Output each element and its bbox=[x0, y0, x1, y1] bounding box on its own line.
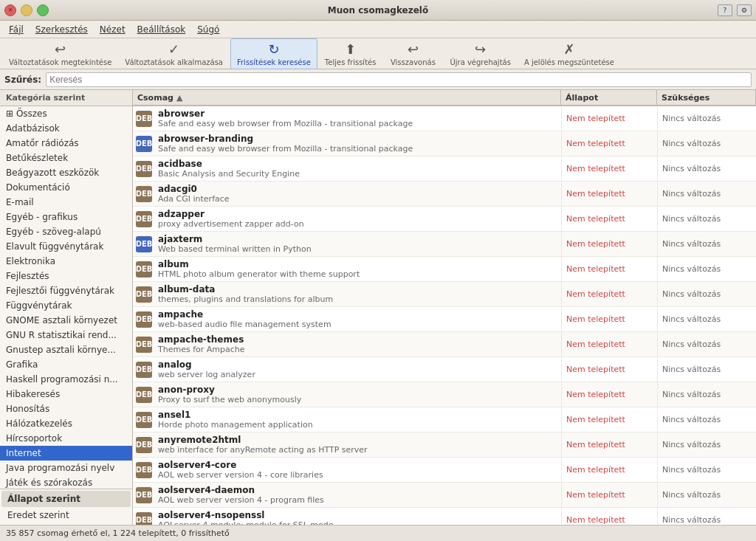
sidebar-item-gnustep[interactable]: Gnustep asztali környe... bbox=[0, 342, 132, 357]
minimize-button[interactable] bbox=[21, 4, 32, 16]
sidebar-item-development[interactable]: Fejlesztés bbox=[0, 269, 132, 283]
clear-marks-button[interactable]: ✗ A jelölés megszüntetése bbox=[518, 39, 620, 69]
sidebar-item-docs[interactable]: Dokumentáció bbox=[0, 180, 132, 195]
package-icon-cell: DEB bbox=[133, 257, 155, 281]
package-icon: DEB bbox=[136, 236, 152, 252]
package-description: web interface for anyRemote acting as HT… bbox=[158, 445, 558, 455]
table-row[interactable]: DEB ampache-themes Themes for Ampache Ne… bbox=[133, 332, 756, 357]
table-row[interactable]: DEB aolserver4-nsopenssl AOLserver 4 mod… bbox=[133, 508, 756, 525]
undo-button[interactable]: ↩ Visszavonás bbox=[383, 39, 442, 69]
menu-edit[interactable]: Szerkesztés bbox=[30, 23, 94, 36]
table-row[interactable]: DEB ansel1 Horde photo management applic… bbox=[133, 407, 756, 433]
column-header-status[interactable]: Állapot bbox=[561, 90, 657, 105]
column-header-package[interactable]: Csomag ▲ bbox=[133, 90, 561, 105]
table-row[interactable]: DEB adacgi0 Ada CGI interface Nem telepí… bbox=[133, 182, 756, 207]
sidebar-item-all[interactable]: ⊞ Összes bbox=[0, 106, 132, 121]
menu-file[interactable]: Fájl bbox=[3, 23, 30, 36]
package-icon-cell: DEB bbox=[133, 307, 155, 331]
sidebar-scroll: ⊞ Összes Adatbázisok Amatőr rádiózás Bet… bbox=[0, 106, 132, 489]
sidebar-item-dev-libs[interactable]: Fejlesztői függvénytárak bbox=[0, 283, 132, 298]
package-icon: DEB bbox=[136, 487, 152, 503]
package-name: aolserver4-core bbox=[158, 460, 558, 470]
package-icon: DEB bbox=[136, 211, 152, 227]
sidebar-item-libs[interactable]: Függvénytárak bbox=[0, 298, 132, 313]
sidebar-item-fonts[interactable]: Betűkészletek bbox=[0, 151, 132, 165]
package-status: Nem telepített bbox=[561, 483, 657, 507]
sidebar-item-obsolete-libs[interactable]: Elavult függvénytárak bbox=[0, 239, 132, 254]
package-needed: Nincs változás bbox=[657, 508, 756, 525]
sidebar-item-databases[interactable]: Adatbázisok bbox=[0, 121, 132, 136]
maximize-button[interactable] bbox=[37, 4, 49, 16]
package-name-cell: ansel1 Horde photo management applicatio… bbox=[155, 407, 561, 432]
package-name-cell: adzapper proxy advertisement zapper add-… bbox=[155, 207, 561, 231]
sidebar-item-haskell[interactable]: Haskell programozási n... bbox=[0, 372, 132, 387]
sidebar-item-graphics[interactable]: Grafika bbox=[0, 357, 132, 372]
package-needed: Nincs változás bbox=[657, 131, 756, 156]
table-row[interactable]: DEB abrowser Safe and easy web browser f… bbox=[133, 106, 756, 131]
sidebar-item-email[interactable]: E-mail bbox=[0, 195, 132, 210]
origin-filter-button[interactable]: Eredet szerint bbox=[1, 507, 131, 523]
table-row[interactable]: DEB album HTML photo album generator wit… bbox=[133, 257, 756, 282]
redo-button[interactable]: ↪ Újra végrehajtás bbox=[444, 39, 516, 69]
package-name-cell: acidbase Basic Analysis and Security Eng… bbox=[155, 156, 561, 181]
package-name-cell: anyremote2html web interface for anyRemo… bbox=[155, 433, 561, 457]
column-header-needed[interactable]: Szükséges bbox=[657, 90, 756, 105]
check-updates-button[interactable]: ↻ Frissítések keresése bbox=[230, 38, 317, 69]
settings-icon[interactable]: ⚙ bbox=[737, 4, 752, 16]
package-icon-cell: DEB bbox=[133, 357, 155, 382]
sidebar-item-debugging[interactable]: Hibakeresés bbox=[0, 387, 132, 402]
table-row[interactable]: DEB abrowser-branding Safe and easy web … bbox=[133, 131, 756, 156]
sidebar-item-other-graphics[interactable]: Egyéb - grafikus bbox=[0, 210, 132, 224]
package-description: Horde photo management application bbox=[158, 420, 558, 430]
changes-view-button[interactable]: ↩ Változtatások megtekintése bbox=[3, 39, 117, 69]
close-button[interactable]: × bbox=[4, 4, 16, 16]
package-description: AOL web server version 4 - core librarie… bbox=[158, 470, 558, 480]
sidebar-item-electronics[interactable]: Elektronika bbox=[0, 254, 132, 269]
apply-changes-label: Változtatások alkalmazása bbox=[125, 58, 223, 66]
sidebar-item-java[interactable]: Java programozási nyelv bbox=[0, 461, 132, 475]
table-row[interactable]: DEB aolserver4-core AOL web server versi… bbox=[133, 458, 756, 483]
package-icon-cell: DEB bbox=[133, 232, 155, 256]
help-button[interactable]: ? bbox=[718, 4, 732, 16]
table-row[interactable]: DEB ajaxterm Web based terminal written … bbox=[133, 232, 756, 257]
package-needed: Nincs változás bbox=[657, 282, 756, 306]
menu-settings[interactable]: Beállítások bbox=[131, 23, 192, 36]
table-row[interactable]: DEB ampache web-based audio file managem… bbox=[133, 307, 756, 332]
package-icon: DEB bbox=[136, 462, 152, 478]
sidebar-item-localization[interactable]: Honosítás bbox=[0, 402, 132, 416]
package-icon-cell: DEB bbox=[133, 182, 155, 206]
table-row[interactable]: DEB album-data themes, plugins and trans… bbox=[133, 282, 756, 307]
titlebar-controls: ? ⚙ bbox=[718, 4, 752, 16]
sidebar-item-gnome[interactable]: GNOME asztali környezet bbox=[0, 313, 132, 328]
sidebar-item-other-text[interactable]: Egyéb - szöveg-alapú bbox=[0, 224, 132, 239]
status-filter-button[interactable]: Állapot szerint bbox=[1, 491, 131, 507]
sidebar-item-news[interactable]: Hírcsoportok bbox=[0, 431, 132, 446]
sidebar-item-amateur-radio[interactable]: Amatőr rádiózás bbox=[0, 136, 132, 151]
menu-help[interactable]: Súgó bbox=[191, 23, 225, 36]
table-row[interactable]: DEB anon-proxy Proxy to surf the web ano… bbox=[133, 382, 756, 407]
package-name-cell: ampache-themes Themes for Ampache bbox=[155, 332, 561, 356]
package-status: Nem telepített bbox=[561, 357, 657, 382]
search-input[interactable] bbox=[46, 72, 752, 87]
sidebar-item-internet[interactable]: Internet bbox=[0, 446, 132, 461]
table-row[interactable]: DEB anyremote2html web interface for any… bbox=[133, 433, 756, 458]
sidebar-item-gnu-r[interactable]: GNU R statisztikai rend... bbox=[0, 328, 132, 342]
toolbar: ↩ Változtatások megtekintése ✓ Változtat… bbox=[0, 38, 756, 69]
package-status: Nem telepített bbox=[561, 433, 657, 457]
package-needed: Nincs változás bbox=[657, 458, 756, 482]
package-name: acidbase bbox=[158, 159, 558, 169]
table-row[interactable]: DEB acidbase Basic Analysis and Security… bbox=[133, 156, 756, 182]
table-row[interactable]: DEB analog web server log analyzer Nem t… bbox=[133, 357, 756, 382]
package-needed: Nincs változás bbox=[657, 357, 756, 382]
full-upgrade-button[interactable]: ⬆ Teljes frissítés bbox=[319, 39, 382, 69]
sidebar-item-all-icon: ⊞ bbox=[6, 108, 16, 119]
table-row[interactable]: DEB adzapper proxy advertisement zapper … bbox=[133, 207, 756, 232]
package-name: abrowser bbox=[158, 108, 558, 119]
sidebar-item-networking[interactable]: Hálózatkezelés bbox=[0, 416, 132, 431]
apply-changes-button[interactable]: ✓ Változtatások alkalmazása bbox=[119, 39, 229, 69]
sidebar-item-games[interactable]: Játék és szórakozás bbox=[0, 475, 132, 489]
table-row[interactable]: DEB aolserver4-daemon AOL web server ver… bbox=[133, 483, 756, 508]
package-description: Ada CGI interface bbox=[158, 194, 558, 204]
sidebar-item-embedded[interactable]: Beágyazott eszközök bbox=[0, 165, 132, 180]
menu-view[interactable]: Nézet bbox=[94, 23, 131, 36]
